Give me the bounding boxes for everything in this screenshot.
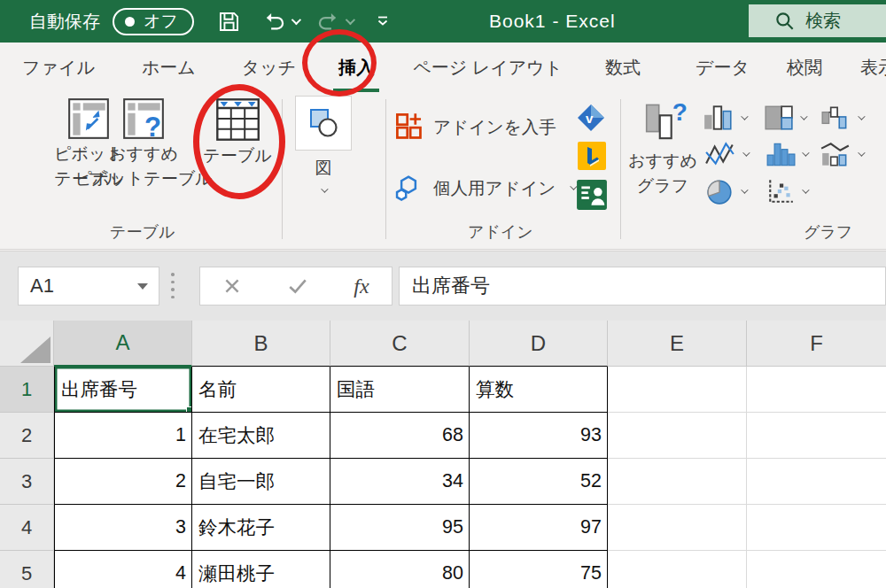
col-header-C[interactable]: C [330, 321, 470, 367]
col-header-E[interactable]: E [608, 321, 747, 367]
cell-A4[interactable]: 3 [54, 505, 192, 551]
bing-maps-addin-button[interactable] [577, 141, 607, 171]
search-box[interactable]: 検索 [749, 4, 886, 37]
recommended-charts-label-line1: おすすめ [628, 149, 697, 174]
histogram-chart-button[interactable] [766, 141, 807, 167]
cell-D1[interactable]: 算数 [470, 367, 608, 413]
redo-dropdown-chevron-icon[interactable] [346, 15, 355, 25]
combo-chart-button[interactable] [820, 141, 863, 167]
cell-B4[interactable]: 鈴木花子 [192, 505, 330, 551]
tab-formulas[interactable]: 数式 [605, 43, 641, 92]
cell-C1[interactable]: 国語 [330, 367, 470, 413]
row-header-3[interactable]: 3 [0, 459, 54, 505]
select-all-corner[interactable] [0, 321, 54, 367]
insert-function-button[interactable]: fx [354, 275, 369, 298]
line-over-chevron-icon [376, 15, 390, 27]
formula-buttons: fx [199, 267, 392, 306]
cell-E4[interactable] [608, 505, 747, 551]
cell-E5[interactable] [608, 551, 747, 588]
row-header-2[interactable]: 2 [0, 413, 54, 459]
cell-A5[interactable]: 4 [54, 551, 192, 588]
cell-F1[interactable] [747, 367, 886, 413]
row-header-1[interactable]: 1 [0, 367, 54, 413]
cell-C3[interactable]: 34 [330, 459, 470, 505]
combo-chart-icon [820, 141, 851, 167]
line-chart-button[interactable] [704, 141, 748, 167]
cell-B1[interactable]: 名前 [192, 367, 330, 413]
illustrations-button[interactable]: 図 [295, 96, 352, 193]
col-header-F[interactable]: F [747, 321, 886, 367]
cell-F5[interactable] [747, 551, 886, 588]
search-label: 検索 [805, 9, 841, 33]
cell-E3[interactable] [608, 459, 747, 505]
tab-touch[interactable]: タッチ [242, 43, 296, 92]
people-graph-addin-button[interactable] [576, 179, 606, 209]
cell-D3[interactable]: 52 [470, 459, 608, 505]
undo-button[interactable] [262, 10, 299, 34]
get-addins-button[interactable]: アドインを入手 [394, 112, 556, 142]
formula-input[interactable]: 出席番号 [399, 267, 886, 306]
cell-C2[interactable]: 68 [330, 413, 470, 459]
autosave-state: オフ [144, 10, 178, 33]
pie-chart-icon [704, 177, 734, 205]
recommended-charts-button[interactable]: ? おすすめ グラフ [625, 99, 701, 198]
visio-data-addin-button[interactable]: v [576, 103, 606, 133]
cell-E2[interactable] [608, 413, 747, 459]
hierarchy-chart-chevron-icon [800, 112, 807, 120]
redo-icon [316, 10, 340, 34]
tab-view[interactable]: 表示 [860, 43, 886, 92]
hierarchy-chart-button[interactable] [764, 104, 805, 131]
cell-A2[interactable]: 1 [54, 413, 192, 459]
worksheet-grid: A B C D E F 1 出席番号 名前 国語 算数 2 1 在宅太郎 68 … [0, 321, 886, 588]
waterfall-chart-button[interactable] [820, 104, 863, 131]
table-button[interactable]: テーブル [197, 96, 278, 168]
tab-insert[interactable]: 挿入 [338, 43, 374, 92]
cell-F2[interactable] [747, 413, 886, 459]
cell-B2[interactable]: 在宅太郎 [192, 413, 330, 459]
autosave-toggle[interactable]: オフ [113, 8, 194, 35]
undo-dropdown-chevron-icon[interactable] [291, 15, 301, 25]
waterfall-chart-chevron-icon [858, 112, 865, 120]
cell-A3[interactable]: 2 [54, 459, 192, 505]
column-chart-button[interactable] [703, 104, 746, 131]
save-button[interactable] [217, 10, 241, 34]
my-addins-icon [392, 172, 424, 204]
column-chart-icon [703, 104, 734, 131]
cell-E1[interactable] [608, 367, 747, 413]
tab-page-layout[interactable]: ページ レイアウト [413, 43, 563, 92]
row-header-4[interactable]: 4 [0, 505, 54, 551]
cell-F3[interactable] [747, 459, 886, 505]
col-header-D[interactable]: D [470, 321, 608, 367]
pie-chart-button[interactable] [704, 177, 746, 205]
addins-group-label: アドイン [468, 221, 533, 243]
redo-button[interactable] [316, 10, 353, 34]
tab-file[interactable]: ファイル [22, 43, 95, 92]
scatter-chart-chevron-icon [802, 186, 809, 193]
svg-text:?: ? [672, 99, 688, 126]
charts-group-label: グラフ [804, 221, 852, 243]
tab-home[interactable]: ホーム [142, 43, 196, 92]
scatter-chart-button[interactable] [766, 177, 807, 205]
tab-data[interactable]: データ [696, 43, 750, 92]
col-header-A[interactable]: A [54, 321, 192, 367]
tab-review[interactable]: 校閲 [787, 43, 822, 92]
cell-B5[interactable]: 瀬田桃子 [192, 551, 330, 588]
cell-C5[interactable]: 80 [330, 551, 470, 588]
cell-F4[interactable] [747, 505, 886, 551]
enter-check-icon[interactable] [287, 276, 308, 296]
col-header-B[interactable]: B [192, 321, 330, 367]
my-addins-button[interactable]: 個人用アドイン [392, 172, 575, 204]
cell-D2[interactable]: 93 [470, 413, 608, 459]
cell-A1[interactable]: 出席番号 [54, 367, 192, 413]
row-header-5[interactable]: 5 [0, 551, 54, 588]
name-box-dropdown-icon[interactable] [137, 283, 148, 290]
cell-B3[interactable]: 自宅一郎 [192, 459, 330, 505]
recommended-pivot-tables-button[interactable]: ? おすすめ ピボットテーブル [99, 96, 188, 191]
cancel-icon[interactable] [222, 276, 242, 296]
svg-text:v: v [586, 111, 594, 126]
cell-C4[interactable]: 95 [330, 505, 470, 551]
cell-D4[interactable]: 97 [470, 505, 608, 551]
customize-qat-button[interactable] [376, 15, 390, 27]
cell-D5[interactable]: 75 [470, 551, 608, 588]
name-box[interactable]: A1 [18, 267, 159, 306]
